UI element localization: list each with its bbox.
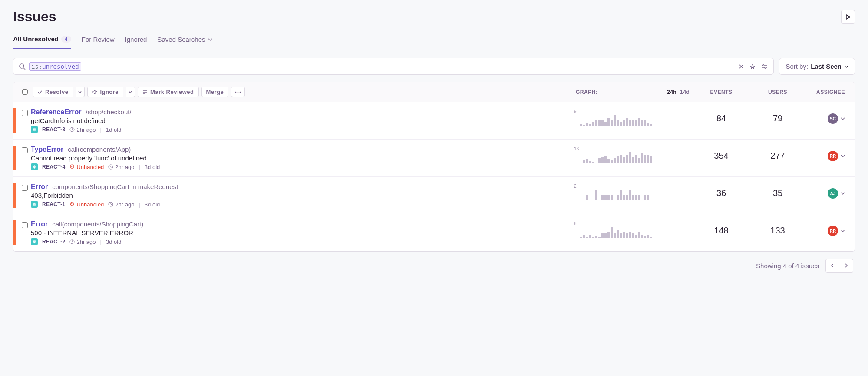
search-bar[interactable]: is:unresolved	[13, 58, 774, 75]
sparkline: 8	[580, 220, 667, 238]
select-row-checkbox[interactable]	[22, 185, 28, 191]
table-header: Resolve Ignore Mark Reviewed Merge	[13, 82, 855, 102]
project-platform-icon: ⚛	[31, 238, 38, 245]
clock-icon	[69, 127, 75, 132]
tab-for-review[interactable]: For Review	[82, 35, 115, 49]
clock-icon	[69, 239, 75, 244]
issue-time: 2hr ago	[69, 126, 96, 133]
search-icon	[19, 63, 26, 70]
chevron-down-icon	[129, 90, 132, 94]
chevron-down-icon[interactable]	[841, 154, 845, 158]
chevron-down-icon	[78, 90, 82, 94]
prev-page-button[interactable]	[825, 259, 839, 273]
tab-count-badge: 4	[61, 36, 71, 43]
range-14d[interactable]: 14d	[680, 89, 690, 95]
events-count[interactable]: 354	[693, 146, 749, 161]
svg-point-21	[71, 203, 72, 204]
column-assignee: ASSIGNEE	[806, 89, 849, 95]
select-row-checkbox[interactable]	[22, 110, 28, 116]
events-count[interactable]: 36	[693, 183, 749, 198]
issue-title[interactable]: TypeError	[31, 146, 63, 153]
pin-icon	[750, 64, 755, 69]
ellipsis-icon	[235, 91, 241, 93]
svg-line-1	[23, 68, 25, 70]
issue-row: Error call(components/ShoppingCart) 500 …	[13, 214, 855, 251]
svg-point-13	[70, 165, 74, 168]
assignee-avatar[interactable]: RR	[828, 151, 838, 161]
project-platform-icon: ⚛	[31, 126, 38, 133]
more-actions-button[interactable]	[231, 87, 245, 97]
issue-title[interactable]: Error	[31, 183, 48, 191]
project-platform-icon: ⚛	[31, 163, 38, 170]
chevron-down-icon[interactable]	[841, 116, 845, 121]
sort-value: Last Seen	[811, 63, 842, 70]
tab-saved-searches[interactable]: Saved Searches	[157, 35, 212, 49]
chevron-down-icon	[844, 64, 848, 69]
filter-settings-button[interactable]	[760, 63, 768, 70]
column-users: USERS	[749, 89, 806, 95]
project-id: REACT-2	[42, 239, 65, 245]
assignee-avatar[interactable]: RR	[828, 226, 838, 236]
assignee-avatar[interactable]: AJ	[828, 188, 838, 199]
merge-button[interactable]: Merge	[201, 87, 229, 97]
svg-point-14	[71, 166, 72, 167]
sliders-icon	[761, 64, 767, 69]
sparkline-max: 9	[574, 109, 577, 114]
pager	[825, 259, 853, 273]
events-count[interactable]: 84	[693, 108, 749, 123]
sort-prefix: Sort by:	[785, 63, 808, 70]
issue-location: /shop/checkout/	[86, 108, 132, 116]
svg-point-3	[763, 64, 764, 66]
users-count[interactable]: 79	[749, 108, 806, 123]
project-id: REACT-4	[42, 164, 65, 170]
chevron-down-icon[interactable]	[841, 229, 845, 233]
svg-point-5	[765, 67, 766, 68]
users-count[interactable]: 277	[749, 146, 806, 161]
ignore-button[interactable]: Ignore	[87, 87, 123, 97]
issue-row: TypeError call(components/App) Cannot re…	[13, 140, 855, 177]
issue-title[interactable]: ReferenceError	[31, 108, 82, 116]
tab-label: All Unresolved	[13, 35, 59, 43]
sparkline: 13	[580, 146, 667, 163]
next-page-button[interactable]	[839, 259, 853, 273]
select-all-checkbox[interactable]	[22, 89, 28, 95]
chevron-down-icon[interactable]	[841, 191, 845, 196]
issue-location: components/ShoppingCart in makeRequest	[52, 183, 178, 190]
issue-message: 500 - INTERNAL SERVER ERROR	[31, 229, 580, 236]
project-platform-icon: ⚛	[31, 201, 38, 208]
issue-title[interactable]: Error	[31, 220, 48, 228]
sparkline-max: 8	[574, 221, 577, 226]
mark-reviewed-button[interactable]: Mark Reviewed	[138, 87, 198, 97]
svg-point-20	[70, 202, 74, 206]
events-count[interactable]: 148	[693, 220, 749, 236]
skull-icon	[69, 202, 75, 207]
check-icon	[37, 90, 43, 95]
clock-icon	[108, 202, 113, 207]
select-row-checkbox[interactable]	[22, 147, 28, 153]
tab-all-unresolved[interactable]: All Unresolved 4	[13, 35, 71, 49]
issue-time: 2hr ago	[108, 201, 134, 208]
issue-age: 1d old	[106, 126, 121, 133]
issues-table: Resolve Ignore Mark Reviewed Merge	[13, 82, 855, 252]
sort-dropdown[interactable]: Sort by: Last Seen	[779, 58, 855, 75]
users-count[interactable]: 35	[749, 183, 806, 198]
clear-search-button[interactable]	[738, 63, 745, 70]
resolve-dropdown[interactable]	[76, 87, 85, 97]
svg-point-0	[20, 64, 24, 68]
range-24h[interactable]: 24h	[667, 89, 677, 95]
unhandled-badge: Unhandled	[69, 164, 104, 170]
play-button[interactable]	[841, 10, 855, 24]
project-id: REACT-3	[42, 126, 65, 133]
chevron-right-icon	[844, 263, 848, 268]
assignee-avatar[interactable]: SC	[828, 113, 838, 124]
close-icon	[739, 64, 744, 69]
ignore-dropdown[interactable]	[126, 87, 135, 97]
issue-row: Error components/ShoppingCart in makeReq…	[13, 177, 855, 214]
resolve-button[interactable]: Resolve	[33, 87, 73, 97]
select-row-checkbox[interactable]	[22, 222, 28, 228]
tab-ignored[interactable]: Ignored	[125, 35, 147, 49]
sparkline: 9	[580, 108, 667, 126]
issue-message: getCardInfo is not defined	[31, 117, 580, 124]
pin-search-button[interactable]	[749, 63, 756, 70]
users-count[interactable]: 133	[749, 220, 806, 236]
